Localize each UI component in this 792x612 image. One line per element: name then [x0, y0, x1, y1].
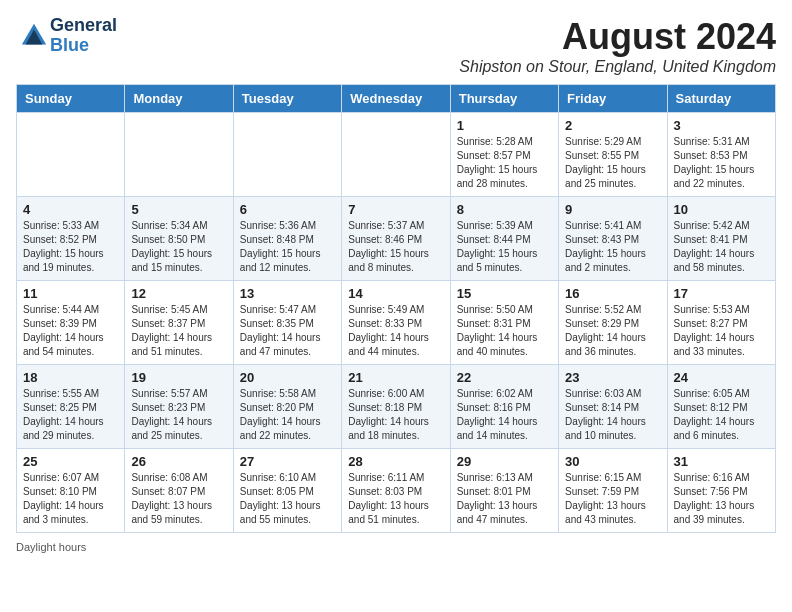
day-number: 9	[565, 202, 660, 217]
calendar-cell: 21Sunrise: 6:00 AM Sunset: 8:18 PM Dayli…	[342, 365, 450, 449]
day-number: 17	[674, 286, 769, 301]
calendar-cell: 1Sunrise: 5:28 AM Sunset: 8:57 PM Daylig…	[450, 113, 558, 197]
day-info: Sunrise: 6:08 AM Sunset: 8:07 PM Dayligh…	[131, 471, 226, 527]
calendar-cell: 15Sunrise: 5:50 AM Sunset: 8:31 PM Dayli…	[450, 281, 558, 365]
calendar-cell: 12Sunrise: 5:45 AM Sunset: 8:37 PM Dayli…	[125, 281, 233, 365]
day-number: 29	[457, 454, 552, 469]
day-info: Sunrise: 6:16 AM Sunset: 7:56 PM Dayligh…	[674, 471, 769, 527]
day-info: Sunrise: 5:42 AM Sunset: 8:41 PM Dayligh…	[674, 219, 769, 275]
calendar-cell: 14Sunrise: 5:49 AM Sunset: 8:33 PM Dayli…	[342, 281, 450, 365]
col-wednesday: Wednesday	[342, 85, 450, 113]
page-header: General Blue August 2024 Shipston on Sto…	[16, 16, 776, 76]
calendar-cell: 28Sunrise: 6:11 AM Sunset: 8:03 PM Dayli…	[342, 449, 450, 533]
calendar-cell: 4Sunrise: 5:33 AM Sunset: 8:52 PM Daylig…	[17, 197, 125, 281]
title-block: August 2024 Shipston on Stour, England, …	[459, 16, 776, 76]
calendar-cell: 19Sunrise: 5:57 AM Sunset: 8:23 PM Dayli…	[125, 365, 233, 449]
calendar-cell: 16Sunrise: 5:52 AM Sunset: 8:29 PM Dayli…	[559, 281, 667, 365]
calendar-cell	[17, 113, 125, 197]
calendar-cell: 6Sunrise: 5:36 AM Sunset: 8:48 PM Daylig…	[233, 197, 341, 281]
day-number: 31	[674, 454, 769, 469]
day-info: Sunrise: 5:57 AM Sunset: 8:23 PM Dayligh…	[131, 387, 226, 443]
day-info: Sunrise: 6:05 AM Sunset: 8:12 PM Dayligh…	[674, 387, 769, 443]
month-year-title: August 2024	[459, 16, 776, 58]
calendar-cell: 30Sunrise: 6:15 AM Sunset: 7:59 PM Dayli…	[559, 449, 667, 533]
day-number: 10	[674, 202, 769, 217]
week-row-1: 1Sunrise: 5:28 AM Sunset: 8:57 PM Daylig…	[17, 113, 776, 197]
calendar-cell: 23Sunrise: 6:03 AM Sunset: 8:14 PM Dayli…	[559, 365, 667, 449]
calendar-cell: 22Sunrise: 6:02 AM Sunset: 8:16 PM Dayli…	[450, 365, 558, 449]
day-number: 8	[457, 202, 552, 217]
day-info: Sunrise: 5:37 AM Sunset: 8:46 PM Dayligh…	[348, 219, 443, 275]
calendar-cell: 2Sunrise: 5:29 AM Sunset: 8:55 PM Daylig…	[559, 113, 667, 197]
day-number: 22	[457, 370, 552, 385]
day-number: 25	[23, 454, 118, 469]
day-number: 3	[674, 118, 769, 133]
logo: General Blue	[16, 16, 117, 56]
day-info: Sunrise: 6:15 AM Sunset: 7:59 PM Dayligh…	[565, 471, 660, 527]
logo-blue-text: Blue	[50, 36, 117, 56]
day-number: 1	[457, 118, 552, 133]
calendar-cell	[233, 113, 341, 197]
day-info: Sunrise: 5:47 AM Sunset: 8:35 PM Dayligh…	[240, 303, 335, 359]
day-info: Sunrise: 6:10 AM Sunset: 8:05 PM Dayligh…	[240, 471, 335, 527]
col-thursday: Thursday	[450, 85, 558, 113]
day-number: 15	[457, 286, 552, 301]
calendar-cell: 18Sunrise: 5:55 AM Sunset: 8:25 PM Dayli…	[17, 365, 125, 449]
day-number: 14	[348, 286, 443, 301]
calendar-cell: 5Sunrise: 5:34 AM Sunset: 8:50 PM Daylig…	[125, 197, 233, 281]
calendar-cell: 20Sunrise: 5:58 AM Sunset: 8:20 PM Dayli…	[233, 365, 341, 449]
day-info: Sunrise: 6:03 AM Sunset: 8:14 PM Dayligh…	[565, 387, 660, 443]
day-number: 18	[23, 370, 118, 385]
week-row-4: 18Sunrise: 5:55 AM Sunset: 8:25 PM Dayli…	[17, 365, 776, 449]
day-info: Sunrise: 5:52 AM Sunset: 8:29 PM Dayligh…	[565, 303, 660, 359]
day-info: Sunrise: 5:31 AM Sunset: 8:53 PM Dayligh…	[674, 135, 769, 191]
day-number: 6	[240, 202, 335, 217]
day-info: Sunrise: 6:07 AM Sunset: 8:10 PM Dayligh…	[23, 471, 118, 527]
calendar-cell: 10Sunrise: 5:42 AM Sunset: 8:41 PM Dayli…	[667, 197, 775, 281]
calendar-header: Sunday Monday Tuesday Wednesday Thursday…	[17, 85, 776, 113]
calendar-cell: 9Sunrise: 5:41 AM Sunset: 8:43 PM Daylig…	[559, 197, 667, 281]
calendar-table: Sunday Monday Tuesday Wednesday Thursday…	[16, 84, 776, 533]
calendar-cell	[342, 113, 450, 197]
day-number: 19	[131, 370, 226, 385]
day-number: 28	[348, 454, 443, 469]
calendar-cell: 17Sunrise: 5:53 AM Sunset: 8:27 PM Dayli…	[667, 281, 775, 365]
day-number: 13	[240, 286, 335, 301]
week-row-2: 4Sunrise: 5:33 AM Sunset: 8:52 PM Daylig…	[17, 197, 776, 281]
day-info: Sunrise: 6:02 AM Sunset: 8:16 PM Dayligh…	[457, 387, 552, 443]
day-info: Sunrise: 5:28 AM Sunset: 8:57 PM Dayligh…	[457, 135, 552, 191]
col-saturday: Saturday	[667, 85, 775, 113]
day-info: Sunrise: 5:41 AM Sunset: 8:43 PM Dayligh…	[565, 219, 660, 275]
calendar-body: 1Sunrise: 5:28 AM Sunset: 8:57 PM Daylig…	[17, 113, 776, 533]
col-sunday: Sunday	[17, 85, 125, 113]
day-info: Sunrise: 5:34 AM Sunset: 8:50 PM Dayligh…	[131, 219, 226, 275]
col-tuesday: Tuesday	[233, 85, 341, 113]
day-info: Sunrise: 5:50 AM Sunset: 8:31 PM Dayligh…	[457, 303, 552, 359]
day-number: 11	[23, 286, 118, 301]
calendar-cell: 13Sunrise: 5:47 AM Sunset: 8:35 PM Dayli…	[233, 281, 341, 365]
day-number: 24	[674, 370, 769, 385]
calendar-cell: 31Sunrise: 6:16 AM Sunset: 7:56 PM Dayli…	[667, 449, 775, 533]
col-friday: Friday	[559, 85, 667, 113]
day-number: 30	[565, 454, 660, 469]
day-number: 16	[565, 286, 660, 301]
day-info: Sunrise: 5:58 AM Sunset: 8:20 PM Dayligh…	[240, 387, 335, 443]
day-info: Sunrise: 5:45 AM Sunset: 8:37 PM Dayligh…	[131, 303, 226, 359]
day-number: 2	[565, 118, 660, 133]
day-info: Sunrise: 5:55 AM Sunset: 8:25 PM Dayligh…	[23, 387, 118, 443]
calendar-cell	[125, 113, 233, 197]
day-number: 27	[240, 454, 335, 469]
col-monday: Monday	[125, 85, 233, 113]
day-info: Sunrise: 6:13 AM Sunset: 8:01 PM Dayligh…	[457, 471, 552, 527]
calendar-cell: 3Sunrise: 5:31 AM Sunset: 8:53 PM Daylig…	[667, 113, 775, 197]
day-info: Sunrise: 5:44 AM Sunset: 8:39 PM Dayligh…	[23, 303, 118, 359]
day-info: Sunrise: 5:49 AM Sunset: 8:33 PM Dayligh…	[348, 303, 443, 359]
calendar-cell: 29Sunrise: 6:13 AM Sunset: 8:01 PM Dayli…	[450, 449, 558, 533]
day-info: Sunrise: 5:36 AM Sunset: 8:48 PM Dayligh…	[240, 219, 335, 275]
day-number: 5	[131, 202, 226, 217]
day-info: Sunrise: 5:53 AM Sunset: 8:27 PM Dayligh…	[674, 303, 769, 359]
day-info: Sunrise: 6:00 AM Sunset: 8:18 PM Dayligh…	[348, 387, 443, 443]
calendar-cell: 25Sunrise: 6:07 AM Sunset: 8:10 PM Dayli…	[17, 449, 125, 533]
week-row-5: 25Sunrise: 6:07 AM Sunset: 8:10 PM Dayli…	[17, 449, 776, 533]
logo-icon	[20, 22, 48, 50]
